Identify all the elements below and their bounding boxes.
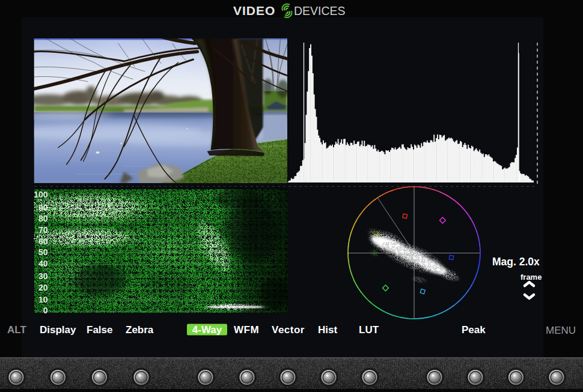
svg-text:20: 20	[38, 283, 48, 292]
svg-text:4-Way: 4-Way	[192, 324, 222, 336]
svg-text:ALT: ALT	[7, 324, 26, 336]
svg-text:50: 50	[38, 247, 48, 257]
svg-text:Mag. 2.0x: Mag. 2.0x	[492, 256, 540, 268]
svg-text:MENU: MENU	[546, 325, 576, 336]
svg-text:90: 90	[38, 203, 48, 213]
svg-text:70: 70	[38, 225, 48, 235]
svg-text:60: 60	[38, 237, 48, 246]
svg-text:30: 30	[38, 271, 48, 281]
svg-text:0: 0	[43, 306, 48, 315]
svg-text:Display: Display	[40, 324, 76, 336]
svg-text:40: 40	[38, 259, 48, 268]
svg-text:frame: frame	[520, 273, 542, 282]
svg-text:Vector: Vector	[272, 324, 305, 336]
svg-text:80: 80	[38, 214, 48, 223]
svg-text:Peak: Peak	[462, 324, 486, 336]
svg-text:Zebra: Zebra	[126, 324, 154, 336]
svg-text:WFM: WFM	[234, 324, 259, 336]
svg-text:LUT: LUT	[359, 324, 379, 336]
svg-text:VIDEO: VIDEO	[233, 4, 275, 17]
svg-text:100: 100	[34, 190, 48, 199]
svg-text:10: 10	[38, 295, 48, 304]
svg-text:DEVICES: DEVICES	[294, 4, 346, 17]
svg-text:Hist: Hist	[318, 324, 337, 336]
svg-text:False: False	[87, 324, 112, 336]
